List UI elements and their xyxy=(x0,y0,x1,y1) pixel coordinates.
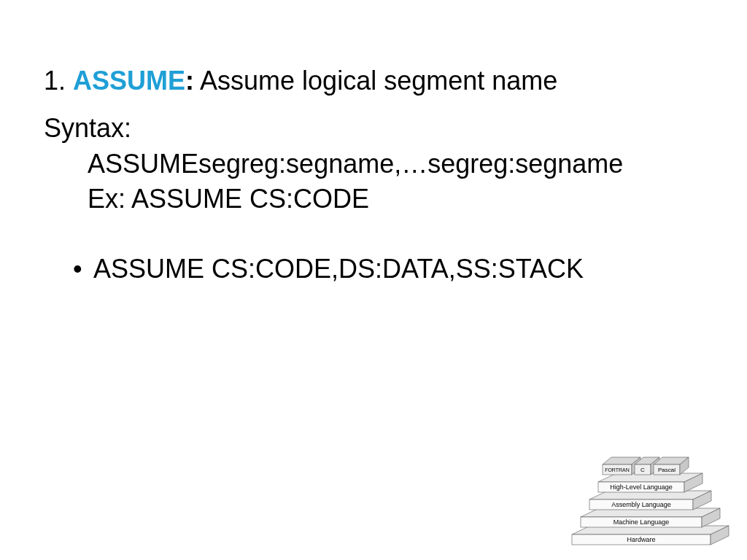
syntax-block: Syntax: ASSUMEsegreg:segname,…segreg:seg… xyxy=(44,111,703,217)
slide-content: 1.ASSUME: Assume logical segment name Sy… xyxy=(0,0,747,560)
svg-text:Assembly Language: Assembly Language xyxy=(611,501,671,508)
bullet-block: •ASSUME CS:CODE,DS:DATA,SS:STACK xyxy=(73,254,703,284)
svg-text:Pascal: Pascal xyxy=(658,467,676,473)
svg-text:Machine Language: Machine Language xyxy=(614,518,670,526)
pyramid-level-highlevel: High-Level Language xyxy=(598,473,703,492)
svg-text:Hardware: Hardware xyxy=(627,536,655,543)
syntax-label: Syntax: xyxy=(44,111,703,147)
bullet-text: ASSUME CS:CODE,DS:DATA,SS:STACK xyxy=(93,254,584,284)
syntax-line2: Ex: ASSUME CS:CODE xyxy=(88,182,703,217)
heading-description: Assume logical segment name xyxy=(194,66,557,96)
pyramid-level-hardware: Hardware xyxy=(572,526,729,545)
pyramid-level-assembly: Assembly Language xyxy=(589,491,711,510)
pyramid-diagram: Hardware Machine Language Assembly Langu… xyxy=(565,432,732,545)
svg-text:High-Level Language: High-Level Language xyxy=(610,483,673,491)
syntax-line1: ASSUMEsegreg:segname,…segreg:segname xyxy=(88,147,703,182)
svg-text:FORTRAN: FORTRAN xyxy=(605,467,630,472)
pyramid-level-machine: Machine Language xyxy=(581,508,720,527)
bullet-marker: • xyxy=(73,254,93,284)
heading-keyword: ASSUME xyxy=(73,66,185,96)
heading-colon: : xyxy=(185,66,194,96)
heading-number: 1. xyxy=(44,66,73,96)
svg-text:C: C xyxy=(640,467,645,473)
heading-line: 1.ASSUME: Assume logical segment name xyxy=(44,66,703,96)
